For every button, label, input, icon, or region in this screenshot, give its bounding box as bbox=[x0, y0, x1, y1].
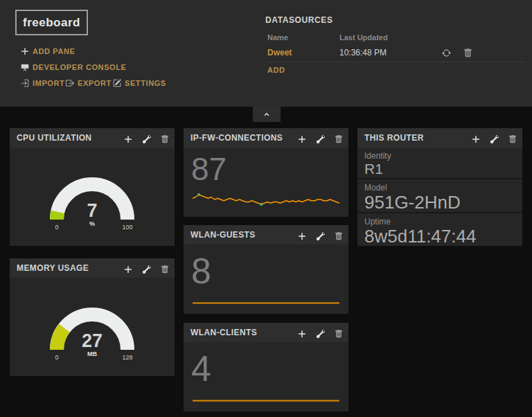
add-widget-icon[interactable] bbox=[298, 134, 306, 142]
wlan-guests-value: 8 bbox=[191, 253, 211, 289]
wrench-icon[interactable] bbox=[143, 134, 151, 142]
add-datasource-button[interactable]: ADD bbox=[267, 66, 285, 74]
add-widget-icon[interactable] bbox=[124, 264, 132, 272]
svg-text:MB: MB bbox=[87, 351, 97, 357]
pane-header: CPU UTILIZATION bbox=[10, 128, 175, 148]
field-value: 951G-2HnD bbox=[364, 193, 522, 213]
wrench-icon[interactable] bbox=[143, 264, 151, 272]
svg-text:7: 7 bbox=[87, 200, 97, 221]
trash-icon[interactable] bbox=[508, 134, 517, 142]
router-identity-field: Identity R1 bbox=[357, 148, 522, 178]
import-icon bbox=[21, 79, 29, 87]
pane-body: 4 bbox=[184, 342, 348, 411]
pane-memory-usage: MEMORY USAGE 27MB0128 bbox=[10, 258, 175, 376]
memory-gauge: 27MB0128 bbox=[40, 301, 144, 362]
pane-body: 7%0100 bbox=[10, 148, 175, 246]
datasource-last-updated: 10:36:48 PM bbox=[339, 48, 387, 57]
field-label: Model bbox=[364, 183, 522, 193]
trash-icon[interactable] bbox=[463, 48, 472, 57]
field-value: R1 bbox=[364, 161, 522, 177]
edit-icon bbox=[113, 79, 121, 87]
datasources-title: DATASOURCES bbox=[265, 15, 333, 25]
wrench-icon[interactable] bbox=[317, 328, 325, 337]
pane-header: WLAN-GUESTS bbox=[184, 225, 348, 245]
developer-console-button[interactable]: DEVELOPER CONSOLE bbox=[21, 63, 127, 71]
pane-ip-fw-connections: IP-FW-CONNECTIONS 87 bbox=[184, 128, 348, 217]
trash-icon[interactable] bbox=[335, 328, 343, 337]
export-label: EXPORT bbox=[78, 79, 112, 87]
svg-text:0: 0 bbox=[55, 354, 58, 361]
svg-text:%: % bbox=[89, 220, 95, 227]
freeboard-logo: freeboard bbox=[15, 10, 88, 35]
add-widget-icon[interactable] bbox=[124, 134, 132, 142]
plus-icon bbox=[21, 47, 29, 55]
pane-header: THIS ROUTER bbox=[357, 128, 522, 148]
pane-wlan-clients: WLAN-CLIENTS 4 bbox=[184, 323, 348, 411]
add-widget-icon[interactable] bbox=[472, 134, 480, 142]
export-icon bbox=[66, 79, 74, 87]
trash-icon[interactable] bbox=[335, 134, 343, 142]
router-model-field: Model 951G-2HnD bbox=[357, 178, 522, 212]
svg-text:27: 27 bbox=[82, 330, 103, 351]
pane-body: 27MB0128 bbox=[10, 278, 175, 376]
connections-sparkline bbox=[191, 193, 341, 206]
refresh-icon[interactable] bbox=[442, 48, 451, 57]
import-label: IMPORT bbox=[33, 79, 64, 87]
wrench-icon[interactable] bbox=[490, 134, 499, 142]
svg-text:128: 128 bbox=[122, 354, 132, 361]
pane-wlan-guests: WLAN-GUESTS 8 bbox=[184, 225, 348, 314]
console-icon bbox=[21, 63, 29, 71]
datasources-divider bbox=[265, 62, 524, 62]
settings-label: SETTINGS bbox=[125, 79, 166, 87]
trash-icon[interactable] bbox=[335, 231, 343, 239]
pane-body: 8 bbox=[184, 245, 348, 314]
pane-this-router: THIS ROUTER Identity R1 Model 951G-2HnD … bbox=[357, 128, 522, 246]
router-uptime-field: Uptime 8w5d11:47:44 bbox=[357, 212, 522, 246]
datasources-col-name: Name bbox=[267, 33, 288, 42]
field-label: Identity bbox=[364, 151, 522, 161]
datasources-col-last-updated: Last Updated bbox=[339, 33, 388, 42]
trash-icon[interactable] bbox=[161, 134, 169, 142]
pane-body: 87 bbox=[184, 148, 348, 217]
collapse-header-button[interactable] bbox=[253, 107, 281, 122]
svg-text:0: 0 bbox=[55, 224, 58, 231]
developer-console-label: DEVELOPER CONSOLE bbox=[33, 63, 127, 71]
pane-header: WLAN-CLIENTS bbox=[184, 323, 348, 342]
wlan-clients-sparkline bbox=[191, 399, 341, 402]
wrench-icon[interactable] bbox=[317, 134, 325, 142]
connections-value: 87 bbox=[191, 153, 227, 185]
export-button[interactable]: EXPORT bbox=[66, 79, 112, 87]
svg-text:100: 100 bbox=[122, 224, 132, 231]
pane-body: Identity R1 Model 951G-2HnD Uptime 8w5d1… bbox=[357, 148, 522, 246]
import-button[interactable]: IMPORT bbox=[21, 79, 64, 87]
add-pane-button[interactable]: ADD PANE bbox=[21, 47, 75, 55]
wlan-guests-sparkline bbox=[191, 301, 341, 305]
header: freeboard ADD PANE DEVELOPER CONSOLE IMP… bbox=[0, 0, 532, 107]
pane-header: IP-FW-CONNECTIONS bbox=[184, 128, 348, 148]
add-pane-label: ADD PANE bbox=[33, 47, 75, 55]
field-label: Uptime bbox=[364, 217, 522, 227]
chevron-up-icon bbox=[263, 111, 270, 118]
add-widget-icon[interactable] bbox=[298, 231, 306, 239]
wrench-icon[interactable] bbox=[317, 231, 325, 239]
dashboard-board: CPU UTILIZATION 7%0100 MEMORY USAGE 27MB… bbox=[0, 107, 532, 417]
freeboard-app: freeboard ADD PANE DEVELOPER CONSOLE IMP… bbox=[0, 0, 532, 417]
settings-button[interactable]: SETTINGS bbox=[113, 79, 166, 87]
field-value: 8w5d11:47:44 bbox=[364, 227, 522, 247]
pane-header: MEMORY USAGE bbox=[10, 258, 175, 278]
datasource-name-link[interactable]: Dweet bbox=[267, 48, 292, 57]
wlan-clients-value: 4 bbox=[191, 351, 211, 387]
pane-cpu-utilization: CPU UTILIZATION 7%0100 bbox=[10, 128, 175, 246]
trash-icon[interactable] bbox=[161, 264, 169, 272]
add-widget-icon[interactable] bbox=[298, 328, 306, 337]
cpu-gauge: 7%0100 bbox=[40, 171, 144, 232]
